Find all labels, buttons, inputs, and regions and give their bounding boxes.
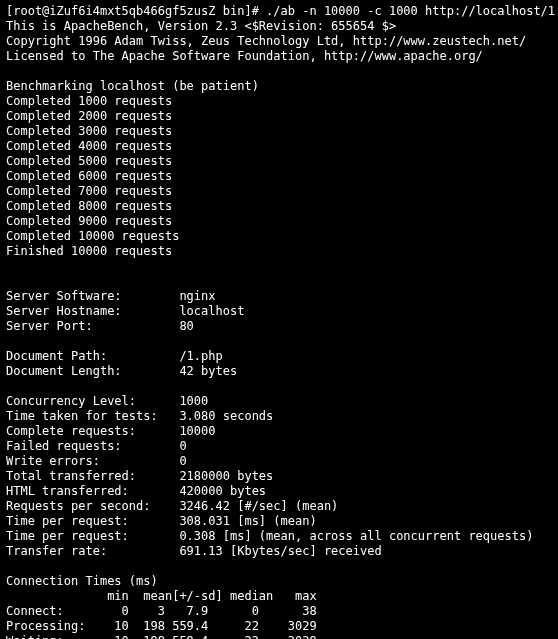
document-length: Document Length: 42 bytes	[6, 364, 552, 379]
processing-row: Processing: 10 198 559.4 22 3029	[6, 619, 552, 634]
blank-line	[6, 334, 552, 349]
time-taken: Time taken for tests: 3.080 seconds	[6, 409, 552, 424]
progress-line: Completed 9000 requests	[6, 214, 552, 229]
connection-times-header: min mean[+/-sd] median max	[6, 589, 552, 604]
blank-line	[6, 379, 552, 394]
time-per-request-concurrent: Time per request: 0.308 [ms] (mean, acro…	[6, 529, 552, 544]
progress-line: Completed 10000 requests	[6, 229, 552, 244]
requests-per-second: Requests per second: 3246.42 [#/sec] (me…	[6, 499, 552, 514]
progress-line: Completed 4000 requests	[6, 139, 552, 154]
progress-line: Completed 1000 requests	[6, 94, 552, 109]
ab-version: This is ApacheBench, Version 2.3 <$Revis…	[6, 19, 552, 34]
progress-line: Completed 7000 requests	[6, 184, 552, 199]
blank-line	[6, 259, 552, 274]
blank-line	[6, 274, 552, 289]
blank-line	[6, 559, 552, 574]
blank-line	[6, 64, 552, 79]
finished-line: Finished 10000 requests	[6, 244, 552, 259]
concurrency-level: Concurrency Level: 1000	[6, 394, 552, 409]
server-software: Server Software: nginx	[6, 289, 552, 304]
complete-requests: Complete requests: 10000	[6, 424, 552, 439]
progress-line: Completed 8000 requests	[6, 199, 552, 214]
document-path: Document Path: /1.php	[6, 349, 552, 364]
benchmark-intro: Benchmarking localhost (be patient)	[6, 79, 552, 94]
shell-prompt: [root@iZuf6i4mxt5qb466gf5zusZ bin]# ./ab…	[6, 4, 552, 19]
server-port: Server Port: 80	[6, 319, 552, 334]
failed-requests: Failed requests: 0	[6, 439, 552, 454]
progress-line: Completed 3000 requests	[6, 124, 552, 139]
waiting-row: Waiting: 10 198 559.4 22 3029	[6, 634, 552, 639]
server-hostname: Server Hostname: localhost	[6, 304, 552, 319]
connection-times-title: Connection Times (ms)	[6, 574, 552, 589]
progress-line: Completed 6000 requests	[6, 169, 552, 184]
html-transferred: HTML transferred: 420000 bytes	[6, 484, 552, 499]
connect-row: Connect: 0 3 7.9 0 38	[6, 604, 552, 619]
transfer-rate: Transfer rate: 691.13 [Kbytes/sec] recei…	[6, 544, 552, 559]
progress-line: Completed 2000 requests	[6, 109, 552, 124]
time-per-request-mean: Time per request: 308.031 [ms] (mean)	[6, 514, 552, 529]
progress-line: Completed 5000 requests	[6, 154, 552, 169]
total-transferred: Total transferred: 2180000 bytes	[6, 469, 552, 484]
ab-license: Licensed to The Apache Software Foundati…	[6, 49, 552, 64]
ab-copyright: Copyright 1996 Adam Twiss, Zeus Technolo…	[6, 34, 552, 49]
write-errors: Write errors: 0	[6, 454, 552, 469]
